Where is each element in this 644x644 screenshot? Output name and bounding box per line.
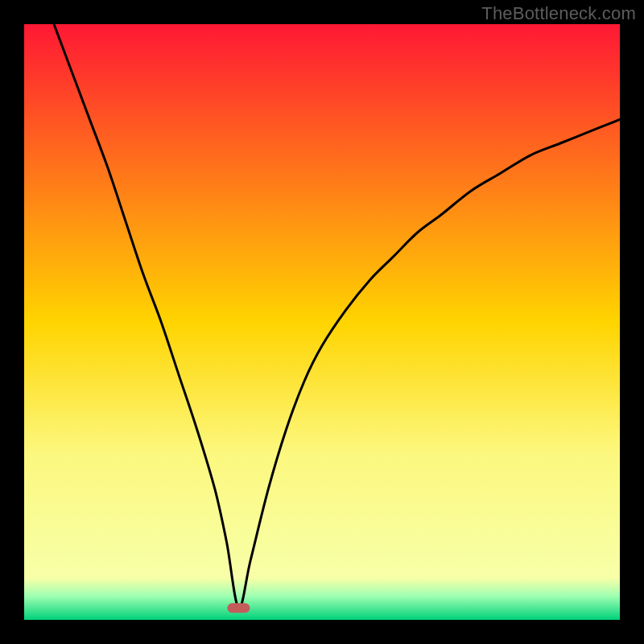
optimum-marker xyxy=(227,603,250,613)
watermark-text: TheBottleneck.com xyxy=(481,3,636,24)
plot-area xyxy=(24,24,620,620)
chart-svg xyxy=(24,24,620,620)
gradient-background xyxy=(24,24,620,620)
chart-frame: TheBottleneck.com xyxy=(0,0,644,644)
